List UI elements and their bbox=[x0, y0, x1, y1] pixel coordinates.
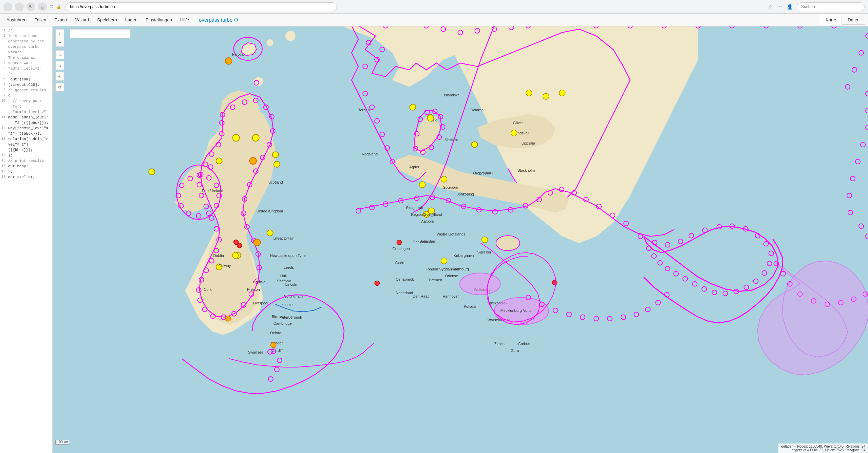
menu-button[interactable]: ⋯ bbox=[776, 3, 784, 11]
tab-data[interactable]: Daten bbox=[842, 15, 865, 25]
svg-point-175 bbox=[410, 104, 416, 110]
bookmarks-button[interactable]: ☆ bbox=[767, 3, 774, 11]
tab-map[interactable]: Karte bbox=[820, 15, 842, 25]
svg-text:Great Britain: Great Britain bbox=[273, 237, 295, 241]
svg-text:Zielona: Zielona bbox=[494, 342, 507, 346]
code-line-24: 14 }; bbox=[0, 153, 52, 158]
map-search-container bbox=[70, 29, 131, 38]
svg-point-167 bbox=[254, 239, 261, 246]
svg-text:Jönköping: Jönköping bbox=[457, 192, 474, 196]
share-button[interactable]: Teilen bbox=[31, 16, 50, 24]
zoom-out-button[interactable]: − bbox=[55, 38, 64, 47]
svg-text:Corbus: Corbus bbox=[518, 342, 530, 346]
main-content: 1 /* 2 This has been generated by the ov… bbox=[0, 26, 868, 453]
svg-text:Dublin: Dublin bbox=[213, 253, 224, 258]
svg-text:Göteborg: Göteborg bbox=[442, 185, 458, 189]
svg-text:Danmark: Danmark bbox=[413, 240, 428, 244]
svg-text:Hamburg: Hamburg bbox=[453, 267, 469, 271]
zoom-controls: + − bbox=[55, 29, 64, 47]
home-button[interactable]: ⌂ bbox=[38, 2, 47, 11]
svg-text:Faroya: Faroya bbox=[232, 52, 244, 56]
svg-text:Vestfold: Vestfold bbox=[445, 138, 458, 142]
svg-text:Gora: Gora bbox=[511, 348, 519, 353]
run-button[interactable]: Ausführen bbox=[3, 16, 30, 24]
svg-point-169 bbox=[216, 158, 222, 164]
svg-text:Potsdam: Potsdam bbox=[464, 304, 478, 308]
svg-text:Islandskt: Islandskt bbox=[444, 93, 458, 97]
code-line-6: 3 The original bbox=[0, 55, 52, 60]
svg-text:Västra Götalands: Västra Götalands bbox=[436, 232, 465, 236]
svg-text:Rogaland: Rogaland bbox=[362, 152, 378, 156]
code-editor[interactable]: 1 /* 2 This has been generated by the ov… bbox=[0, 26, 53, 453]
code-line-5: wizard. bbox=[0, 50, 52, 55]
code-line-28: 18 out skel qt; bbox=[0, 174, 52, 180]
svg-text:Hannover: Hannover bbox=[442, 294, 459, 298]
svg-text:Newcastle upon Tyne: Newcastle upon Tyne bbox=[270, 253, 306, 258]
svg-text:Sjæl Ion: Sjæl Ion bbox=[477, 250, 491, 254]
code-line-23: ({{bbox}}); bbox=[0, 147, 52, 153]
query-bounds-button[interactable]: □ bbox=[55, 61, 64, 70]
zoom-in-button[interactable]: + bbox=[55, 29, 64, 38]
svg-text:Örebro Iän: Örebro Iän bbox=[473, 171, 491, 175]
locate-button[interactable]: ⊕ bbox=[55, 50, 64, 59]
firefox-account[interactable]: 👤 bbox=[786, 3, 794, 11]
svg-text:Galway: Galway bbox=[219, 264, 231, 268]
code-line-15: for: bbox=[0, 104, 52, 109]
save-button[interactable]: Speichern bbox=[93, 16, 121, 24]
compass-button[interactable]: ◎ bbox=[55, 72, 64, 81]
code-line-1: 1 /* bbox=[0, 28, 52, 33]
svg-text:Skagerrak: Skagerrak bbox=[406, 206, 423, 210]
code-line-10: 6 [out:json] bbox=[0, 77, 52, 82]
load-button[interactable]: Laden bbox=[121, 16, 141, 24]
back-button[interactable]: ← bbox=[3, 2, 12, 11]
code-line-26: 16 out body; bbox=[0, 164, 52, 169]
code-line-21: 13 relation["admin_le bbox=[0, 136, 52, 142]
export-button[interactable]: Export bbox=[51, 16, 71, 24]
svg-point-272 bbox=[233, 134, 240, 141]
svg-point-281 bbox=[543, 93, 549, 99]
code-line-8: 5 "admin_level=2" bbox=[0, 66, 52, 71]
forward-button[interactable]: → bbox=[15, 2, 24, 11]
svg-point-276 bbox=[397, 240, 401, 245]
help-button[interactable]: Hilfe bbox=[176, 16, 193, 24]
svg-text:Stockholm: Stockholm bbox=[517, 168, 535, 172]
svg-text:Agder: Agder bbox=[409, 165, 419, 169]
svg-text:Bergen: Bergen bbox=[358, 108, 370, 112]
svg-text:Hull: Hull bbox=[280, 274, 287, 278]
svg-text:Odense: Odense bbox=[445, 274, 458, 278]
map-settings-button[interactable]: ⚙ bbox=[55, 83, 64, 92]
svg-text:Leicester: Leicester bbox=[279, 303, 294, 307]
svg-text:Uppsala: Uppsala bbox=[522, 141, 535, 145]
map-controls: + − ⊕ □ ◎ ⚙ bbox=[55, 29, 64, 92]
svg-text:Liverpool: Liverpool bbox=[253, 301, 268, 305]
svg-point-174 bbox=[274, 161, 280, 167]
reload-button[interactable]: ↻ bbox=[26, 2, 35, 11]
address-bar[interactable] bbox=[65, 2, 337, 11]
svg-text:Carlisle: Carlisle bbox=[253, 280, 266, 284]
app-title: overpass turbo ⚙ bbox=[199, 17, 238, 23]
code-line-27: 17 >; bbox=[0, 169, 52, 174]
settings-button[interactable]: Einstellungen bbox=[142, 16, 176, 24]
svg-point-14 bbox=[267, 39, 273, 46]
map-container[interactable]: Bergen Oslo Vestfold Rogaland Agder Skag… bbox=[53, 26, 868, 453]
svg-text:Assen: Assen bbox=[395, 260, 405, 264]
code-line-20: "2"]({{bbox}}); bbox=[0, 131, 52, 136]
browser-search-input[interactable] bbox=[797, 2, 865, 11]
svg-text:Mecklenburg-Vorp.: Mecklenburg-Vorp. bbox=[501, 308, 532, 313]
code-line-11: 7 [timeout:925]; bbox=[0, 82, 52, 88]
svg-point-178 bbox=[472, 141, 478, 148]
svg-point-228 bbox=[419, 182, 425, 188]
browser-chrome: ← → ↻ ⌂ 🛡 🔒 ☆ ⋯ 👤 bbox=[0, 0, 868, 14]
code-line-14: 10 // query part bbox=[0, 98, 52, 104]
code-line-2: 2 This has been bbox=[0, 33, 52, 39]
svg-point-173 bbox=[272, 152, 279, 158]
svg-point-275 bbox=[237, 243, 242, 248]
svg-text:Gävle: Gävle bbox=[513, 121, 523, 125]
wizard-button[interactable]: Wizard bbox=[72, 16, 93, 24]
code-line-9: */ bbox=[0, 71, 52, 77]
code-line-25: 15 // print results bbox=[0, 158, 52, 164]
svg-text:Region Sydtjylland: Region Sydtjylland bbox=[411, 212, 442, 216]
map-search-input[interactable] bbox=[70, 29, 131, 38]
svg-text:Aalborg: Aalborg bbox=[421, 219, 434, 223]
svg-rect-0 bbox=[53, 26, 868, 453]
